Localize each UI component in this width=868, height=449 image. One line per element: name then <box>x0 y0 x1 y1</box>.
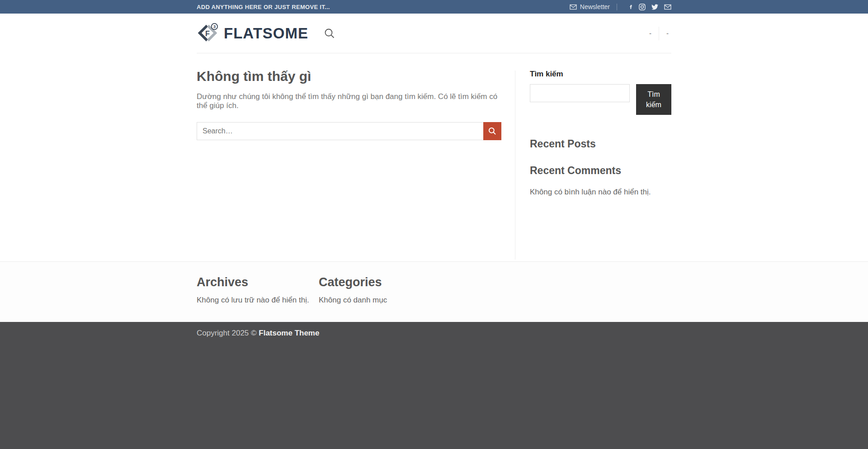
sidebar: Tìm kiếm Tìm kiếm Recent Posts Recent Co… <box>515 67 671 261</box>
flatsome-logo-icon: F 3 <box>197 23 218 44</box>
search-submit-button[interactable] <box>483 122 501 140</box>
topbar: ADD ANYTHING HERE OR JUST REMOVE IT... N… <box>0 0 868 14</box>
footer-categories-widget: Categories Không có danh mục <box>319 275 441 305</box>
copyright-prefix: Copyright 2025 © <box>197 329 259 337</box>
categories-heading: Categories <box>319 275 441 289</box>
sidebar-search-button[interactable]: Tìm kiếm <box>636 84 671 115</box>
newsletter-link[interactable]: Newsletter <box>570 3 610 10</box>
sidebar-search-label: Tìm kiếm <box>530 70 671 79</box>
nav-item-1[interactable]: - <box>646 29 654 37</box>
site-header: F 3 FLATSOME - - <box>0 14 868 53</box>
topbar-right: Newsletter <box>570 3 671 10</box>
archives-empty-text: Không có lưu trữ nào để hiển thị. <box>197 296 319 305</box>
footer-archives-widget: Archives Không có lưu trữ nào để hiển th… <box>197 275 319 305</box>
recent-posts-heading: Recent Posts <box>530 137 671 151</box>
brand-name: FLATSOME <box>224 25 308 42</box>
recent-comments-heading: Recent Comments <box>530 164 671 177</box>
page-title: Không tìm thấy gì <box>197 69 501 84</box>
sidebar-search-input[interactable] <box>530 84 630 102</box>
logo-link[interactable]: F 3 FLATSOME <box>197 23 308 44</box>
search-form <box>197 122 501 140</box>
no-comments-text: Không có bình luận nào để hiển thị. <box>530 185 671 199</box>
main-content: Không tìm thấy gì Dường như chúng tôi kh… <box>197 67 515 261</box>
svg-text:3: 3 <box>213 24 216 29</box>
twitter-icon[interactable] <box>651 4 658 10</box>
categories-empty-text: Không có danh mục <box>319 296 441 305</box>
header-search-button[interactable] <box>324 28 335 39</box>
copyright-text: Copyright 2025 © Flatsome Theme <box>197 329 671 338</box>
search-submit-icon <box>488 127 497 136</box>
facebook-icon[interactable] <box>629 4 633 10</box>
envelope-icon <box>570 4 577 10</box>
nav-item-2[interactable]: - <box>664 29 671 37</box>
search-icon <box>324 28 335 39</box>
copyright-brand: Flatsome Theme <box>259 329 319 337</box>
topbar-message: ADD ANYTHING HERE OR JUST REMOVE IT... <box>197 4 330 10</box>
archives-heading: Archives <box>197 275 319 289</box>
page-main: Không tìm thấy gì Dường như chúng tôi kh… <box>0 53 868 261</box>
nav-divider <box>659 27 659 40</box>
email-icon[interactable] <box>664 4 671 10</box>
svg-text:F: F <box>205 29 210 37</box>
instagram-icon[interactable] <box>639 4 646 10</box>
topbar-divider <box>617 4 617 10</box>
absolute-footer: Copyright 2025 © Flatsome Theme <box>0 322 868 449</box>
not-found-message: Dường như chúng tôi không thể tìm thấy n… <box>197 92 501 110</box>
newsletter-label: Newsletter <box>580 3 610 10</box>
header-nav: - - <box>646 27 671 40</box>
footer-widgets: Archives Không có lưu trữ nào để hiển th… <box>0 261 868 322</box>
search-input[interactable] <box>197 122 483 140</box>
